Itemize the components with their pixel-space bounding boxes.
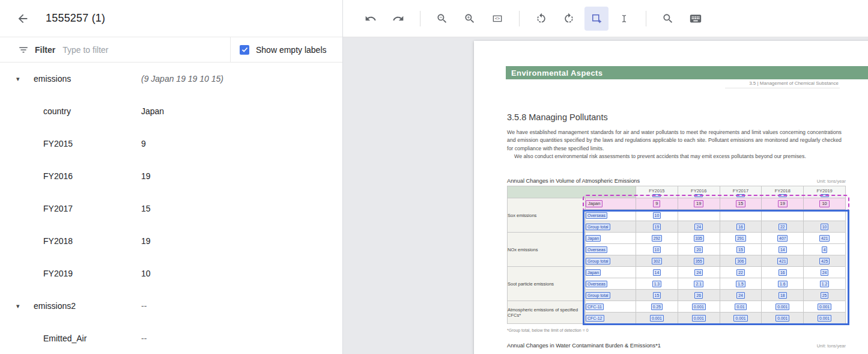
- tree-item-fy2017[interactable]: FY2017 15: [0, 192, 342, 225]
- filter-input[interactable]: [62, 45, 230, 55]
- selection-annotation-box[interactable]: [583, 210, 849, 325]
- tree-value: 15: [141, 204, 151, 213]
- doc-paragraph: We have established management standards…: [507, 129, 842, 153]
- row-group-label: Atmospheric emissions of specified CFCs*: [508, 301, 586, 324]
- table2-caption: Annual Changes in Water Contaminant Burd…: [507, 343, 846, 349]
- tree-value: (9 Japan 19 19 10 15): [141, 74, 223, 84]
- table-caption: Annual Changes in Volume of Atmospheric …: [507, 178, 846, 184]
- doc-section-title: 3.5.8 Managing Pollutants: [507, 112, 608, 122]
- tree-value: 9: [141, 139, 146, 148]
- filter-icon: [18, 44, 29, 55]
- redo-button[interactable]: [386, 7, 410, 31]
- app: 1555257 (1) Filter Show empty labels ▾ e…: [0, 0, 868, 354]
- filter-section: Filter: [0, 37, 231, 62]
- draw-bounding-box-button[interactable]: [584, 7, 609, 31]
- undo-button[interactable]: [359, 7, 383, 31]
- svg-text:<>: <>: [495, 16, 500, 21]
- table2-unit: Unit: tons/year: [817, 343, 846, 349]
- document-canvas[interactable]: Environmental Aspects 3.5 | Management o…: [343, 37, 868, 354]
- tree-item-fy2016[interactable]: FY2016 19: [0, 160, 342, 192]
- tree-label: FY2018: [43, 236, 73, 246]
- zoom-in-icon: [464, 13, 476, 25]
- search-button[interactable]: [656, 7, 680, 31]
- text-cursor-icon: [618, 13, 630, 25]
- row-group-label: Sox emissions: [508, 198, 586, 233]
- toolbar-separator: [646, 11, 646, 26]
- tree-group-emissions[interactable]: ▾ emissions (9 Japan 19 19 10 15): [0, 63, 342, 95]
- tree-item-fy2018[interactable]: FY2018 19: [0, 225, 342, 257]
- tree-label: FY2019: [43, 269, 73, 278]
- tree-item-fy2019[interactable]: FY2019 10: [0, 257, 342, 290]
- code-box-icon: <>: [491, 13, 503, 25]
- rotate-left-icon: [535, 13, 547, 25]
- section-band: Environmental Aspects: [506, 66, 868, 79]
- show-empty-labels-checkbox[interactable]: [240, 45, 249, 55]
- emissions-table-wrap: FY2015 FY2016 FY2017 FY2018 FY2019 Sox e…: [507, 186, 846, 324]
- caret-down-icon[interactable]: ▾: [16, 75, 20, 83]
- zoom-out-icon: [436, 13, 448, 25]
- undo-icon: [365, 13, 377, 25]
- redo-icon: [392, 13, 404, 25]
- tree-value: Japan: [141, 106, 164, 116]
- rotate-right-button[interactable]: [557, 7, 581, 31]
- show-empty-labels-control: Show empty labels: [231, 37, 342, 62]
- rotate-right-icon: [563, 13, 575, 25]
- toolbar-separator: [420, 11, 420, 26]
- page-breadcrumb: 3.5 | Management of Chemical Substance: [725, 81, 840, 88]
- document-title: 1555257 (1): [46, 12, 105, 25]
- row-group-label: NOx emissions: [508, 233, 586, 267]
- sox-japan-annotation-box[interactable]: [583, 195, 849, 212]
- tree-label: country: [43, 106, 71, 116]
- tree-item-fy2015[interactable]: FY2015 9: [0, 127, 342, 160]
- tree-label: FY2016: [43, 171, 73, 181]
- tree-value: 19: [141, 171, 151, 181]
- left-panel: 1555257 (1) Filter Show empty labels ▾ e…: [0, 0, 343, 354]
- tree-group-emissions2[interactable]: ▾ emissions2 --: [0, 290, 342, 322]
- fit-view-button[interactable]: <>: [485, 7, 509, 31]
- keyboard-icon: [689, 12, 702, 25]
- tree-value: 10: [141, 269, 151, 278]
- document-page: Environmental Aspects 3.5 | Management o…: [474, 41, 868, 354]
- keyboard-shortcuts-button[interactable]: [684, 7, 708, 31]
- tree-label: emissions: [34, 74, 71, 84]
- viewer-toolbar: <>: [343, 0, 868, 37]
- text-select-button[interactable]: [612, 7, 636, 31]
- filter-label: Filter: [35, 45, 55, 55]
- row-group-label: Soot particle emissions: [508, 267, 586, 301]
- filter-bar: Filter Show empty labels: [0, 37, 342, 63]
- tree-label: FY2017: [43, 204, 73, 213]
- caret-down-icon[interactable]: ▾: [16, 302, 20, 310]
- rotate-left-button[interactable]: [529, 7, 553, 31]
- tree-value: 19: [141, 236, 151, 246]
- table-title: Annual Changes in Volume of Atmospheric …: [507, 178, 640, 184]
- table-unit: Unit: tons/year: [817, 179, 846, 184]
- tree-item-emitted-air[interactable]: Emitted_Air --: [0, 322, 342, 354]
- toolbar-separator: [519, 11, 520, 26]
- left-panel-header: 1555257 (1): [0, 0, 342, 37]
- zoom-out-button[interactable]: [430, 7, 454, 31]
- table-footnote: *Group total, below the limit of detecti…: [507, 328, 589, 332]
- tree-value: --: [141, 301, 147, 311]
- show-empty-labels-label: Show empty labels: [256, 45, 327, 55]
- doc-paragraph: We also conduct environmental risk asses…: [507, 153, 842, 160]
- check-icon: [241, 46, 249, 53]
- back-button[interactable]: [14, 10, 31, 27]
- arrow-left-icon: [16, 12, 29, 25]
- tree-label: FY2015: [43, 139, 73, 148]
- tree-value: --: [141, 334, 147, 343]
- labels-tree: ▾ emissions (9 Japan 19 19 10 15) countr…: [0, 63, 342, 354]
- zoom-in-button[interactable]: [458, 7, 482, 31]
- bounding-box-plus-icon: [590, 13, 602, 25]
- table2-title: Annual Changes in Water Contaminant Burd…: [507, 343, 661, 349]
- tree-item-country[interactable]: country Japan: [0, 95, 342, 127]
- viewer-panel: <> Environment: [343, 0, 868, 354]
- tree-label: Emitted_Air: [43, 334, 86, 343]
- tree-label: emissions2: [34, 301, 76, 311]
- doc-body-text: We have established management standards…: [507, 129, 842, 160]
- search-icon: [662, 13, 674, 25]
